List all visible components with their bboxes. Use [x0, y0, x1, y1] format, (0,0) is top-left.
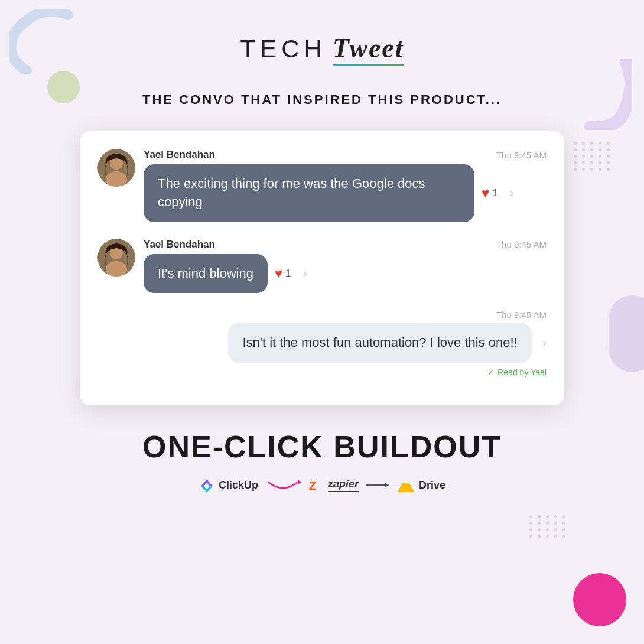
timestamp-3: Thu 9:45 AM [496, 310, 547, 320]
message-row-2: Yael Bendahan Thu 9:45 AM It's mind blow… [97, 239, 547, 294]
message-row-1: Yael Bendahan Thu 9:45 AM The exciting t… [97, 149, 547, 222]
chevron-icon-3: › [542, 336, 547, 351]
timestamp-1: Thu 9:45 AM [496, 150, 547, 160]
message-row-3: Thu 9:45 AM Isn't it the most fun automa… [97, 310, 547, 377]
bubble-row-1: The exciting thing for me was the Google… [144, 164, 547, 222]
pink-circle-decoration [573, 573, 626, 626]
right-meta: Thu 9:45 AM [496, 310, 547, 320]
clickup-logo: ClickUp [199, 477, 258, 493]
sender-name-2: Yael Bendahan [144, 239, 215, 251]
read-receipt-text: Read by Yael [497, 367, 547, 377]
heart-icon-1: ♥ [482, 186, 489, 201]
svg-text:Z: Z [309, 479, 316, 492]
reaction-1: ♥ 1 [482, 186, 498, 201]
header-title: TECH Tweet [240, 32, 404, 64]
timestamp-2: Thu 9:45 AM [496, 239, 547, 249]
drive-logo: Drive [396, 477, 445, 493]
right-bubble-row: Isn't it the most fun automation? I love… [228, 323, 547, 363]
tech-label: TECH [240, 35, 326, 63]
reaction-count-2: 1 [285, 268, 291, 279]
chevron-icon-1: › [510, 186, 514, 201]
bubble-row-2: It's mind blowing ♥ 1 › [144, 254, 547, 294]
clickup-icon [199, 477, 215, 493]
dots-pattern-bottom [529, 515, 567, 538]
tweet-label: Tweet [333, 32, 404, 64]
message-bubble-3: Isn't it the most fun automation? I love… [228, 323, 531, 363]
reaction-2: ♥ 1 [275, 266, 291, 281]
read-receipt: ✓ Read by Yael [487, 367, 547, 377]
message-bubble-2: It's mind blowing [144, 254, 268, 294]
sender-name-1: Yael Bendahan [144, 149, 215, 161]
zapier-logo: Z zapier [308, 477, 359, 493]
zapier-icon: Z [308, 477, 324, 493]
subtitle: THE CONVO THAT INSPIRED THIS PRODUCT... [0, 92, 644, 108]
chat-container: Yael Bendahan Thu 9:45 AM The exciting t… [80, 131, 564, 405]
avatar-yael-2 [97, 239, 135, 277]
one-click-title: ONE-CLICK BUILDOUT [0, 429, 644, 464]
message-meta-2: Yael Bendahan Thu 9:45 AM [144, 239, 547, 251]
bottom-section: ONE-CLICK BUILDOUT ClickUp Z zapier [0, 429, 644, 494]
purple-arc-decoration [579, 59, 632, 130]
arrow-2 [366, 479, 389, 491]
avatar-yael-1 [97, 149, 135, 187]
chevron-icon-2: › [303, 266, 307, 281]
message-content-1: Yael Bendahan Thu 9:45 AM The exciting t… [144, 149, 547, 222]
message-bubble-1: The exciting thing for me was the Google… [144, 164, 474, 222]
purple-shape-right [609, 295, 644, 372]
dots-pattern-top [574, 142, 612, 171]
check-icon: ✓ [487, 367, 495, 377]
heart-icon-2: ♥ [275, 266, 282, 281]
curve-arrow-icon [265, 476, 301, 494]
header: TECH Tweet [0, 0, 644, 64]
arrow-1 [265, 476, 301, 494]
svg-marker-9 [385, 483, 389, 487]
clickup-label: ClickUp [219, 479, 258, 492]
drive-icon [396, 477, 415, 493]
message-content-2: Yael Bendahan Thu 9:45 AM It's mind blow… [144, 239, 547, 294]
straight-arrow-icon [366, 479, 389, 491]
message-meta-1: Yael Bendahan Thu 9:45 AM [144, 149, 547, 161]
drive-label: Drive [419, 479, 445, 492]
svg-marker-6 [298, 480, 301, 484]
logos-row: ClickUp Z zapier [0, 476, 644, 494]
reaction-count-1: 1 [492, 187, 497, 199]
zapier-label: zapier [328, 478, 359, 492]
